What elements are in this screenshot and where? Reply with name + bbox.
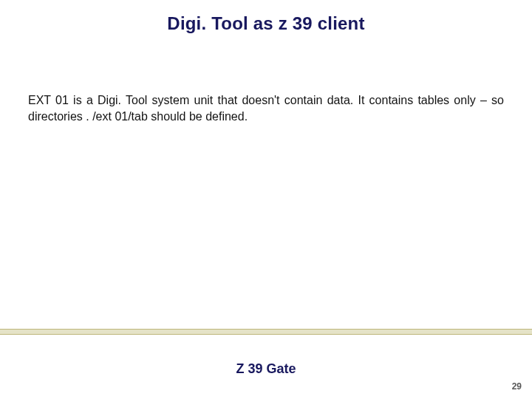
- slide: Digi. Tool as z 39 client EXT 01 is a Di…: [0, 0, 532, 399]
- footer-title: Z 39 Gate: [0, 361, 532, 377]
- slide-title: Digi. Tool as z 39 client: [0, 13, 532, 34]
- page-number: 29: [512, 381, 522, 392]
- footer: DigiTool Z 39 Gate Ex Libris 29: [0, 333, 532, 399]
- body-paragraph: EXT 01 is a Digi. Tool system unit that …: [28, 92, 504, 124]
